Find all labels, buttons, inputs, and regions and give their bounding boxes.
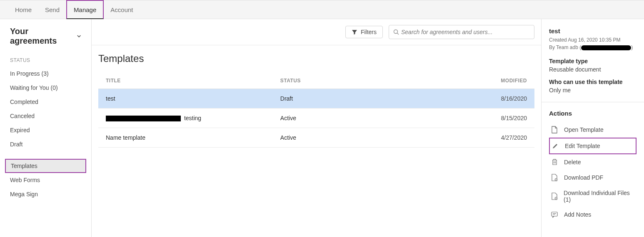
trash-icon [551, 158, 558, 165]
download-files-icon [551, 193, 558, 200]
action-label: Open Template [564, 126, 604, 133]
templates-table: TITLE STATUS MODIFIED test Draft 8/16/20… [98, 74, 534, 148]
col-status[interactable]: STATUS [273, 74, 447, 89]
page-title[interactable]: Your agreements [0, 27, 91, 53]
sidebar-item-completed[interactable]: Completed [0, 95, 91, 109]
action-add-notes[interactable]: Add Notes [549, 207, 637, 222]
filters-label: Filters [361, 29, 377, 35]
sidebar: Your agreements STATUS In Progress (3) W… [0, 19, 92, 237]
who-can-use-value: Only me [549, 87, 637, 94]
action-edit-template[interactable]: Edit Template [549, 138, 637, 154]
search-icon [393, 29, 399, 35]
sidebar-item-waiting[interactable]: Waiting for You (0) [0, 81, 91, 95]
action-label: Delete [564, 159, 581, 165]
redacted-text [106, 116, 181, 121]
page-title-text: Your agreements [10, 27, 73, 46]
svg-line-1 [397, 33, 399, 35]
table-row[interactable]: test Draft 8/16/2020 [98, 89, 534, 109]
nav-manage[interactable]: Manage [66, 0, 104, 19]
cell-modified: 8/16/2020 [447, 89, 534, 109]
table-row[interactable]: testing Active 8/15/2020 [98, 109, 534, 128]
download-pdf-icon [551, 174, 558, 181]
svg-rect-4 [552, 212, 557, 216]
sidebar-status-header: STATUS [0, 53, 91, 67]
table-row[interactable]: Name template Active 4/27/2020 [98, 128, 534, 148]
content-toolbar: Filters [92, 19, 541, 45]
detail-created: Created Aug 16, 2020 10:35 PM [549, 36, 637, 44]
cell-status: Active [273, 128, 447, 148]
col-modified[interactable]: MODIFIED [447, 74, 534, 89]
col-title[interactable]: TITLE [98, 74, 273, 89]
nav-home[interactable]: Home [8, 0, 38, 19]
who-can-use-label: Who can use this template [549, 79, 637, 85]
cell-status: Active [273, 109, 447, 128]
action-label: Edit Template [565, 143, 600, 149]
action-label: Download Individual Files (1) [564, 190, 635, 203]
chevron-down-icon [77, 34, 81, 39]
action-label: Download PDF [564, 174, 603, 181]
nav-send[interactable]: Send [38, 0, 66, 19]
sidebar-item-templates[interactable]: Templates [5, 159, 86, 173]
pencil-icon [552, 143, 559, 149]
sidebar-item-canceled[interactable]: Canceled [0, 109, 91, 123]
top-nav: Home Send Manage Account [0, 0, 644, 19]
action-open-template[interactable]: Open Template [549, 122, 637, 138]
sidebar-item-expired[interactable]: Expired [0, 123, 91, 137]
search-field[interactable] [389, 25, 534, 39]
document-icon [551, 126, 558, 133]
action-delete[interactable]: Delete [549, 154, 637, 170]
action-label: Add Notes [564, 211, 591, 218]
template-type-value: Reusable document [549, 66, 637, 73]
sidebar-item-web-forms[interactable]: Web Forms [0, 173, 91, 187]
sidebar-item-in-progress[interactable]: In Progress (3) [0, 67, 91, 81]
action-download-individual-files[interactable]: Download Individual Files (1) [549, 185, 637, 207]
detail-meta: Created Aug 16, 2020 10:35 PM By Team ad… [549, 36, 637, 51]
svg-point-0 [394, 30, 398, 33]
cell-status: Draft [273, 89, 447, 109]
content-heading: Templates [98, 53, 534, 64]
action-download-pdf[interactable]: Download PDF [549, 170, 637, 185]
cell-modified: 8/15/2020 [447, 109, 534, 128]
cell-title: test [98, 89, 273, 109]
detail-by: By Team adb () [549, 44, 637, 51]
detail-title: test [549, 27, 637, 35]
cell-title: testing [98, 109, 273, 128]
filters-button[interactable]: Filters [345, 26, 383, 38]
actions-header: Actions [549, 110, 637, 117]
template-type-label: Template type [549, 58, 637, 64]
redacted-text [581, 45, 631, 50]
note-icon [551, 212, 558, 218]
sidebar-item-mega-sign[interactable]: Mega Sign [0, 187, 91, 201]
cell-title: Name template [98, 128, 273, 148]
search-input[interactable] [399, 27, 530, 37]
cell-modified: 4/27/2020 [447, 128, 534, 148]
sidebar-item-draft[interactable]: Draft [0, 137, 91, 151]
filter-icon [352, 29, 357, 35]
nav-account[interactable]: Account [104, 0, 140, 19]
detail-panel: test Created Aug 16, 2020 10:35 PM By Te… [542, 19, 644, 237]
main-content: Filters Templates TITLE STATUS MODIFIED [92, 19, 542, 237]
